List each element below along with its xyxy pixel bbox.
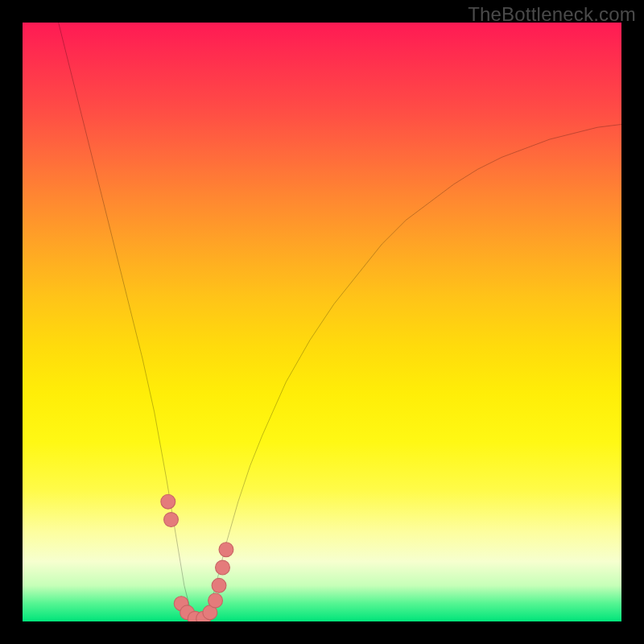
data-point [208, 593, 223, 608]
data-point [212, 578, 226, 592]
data-point [164, 513, 179, 527]
plot-area [23, 23, 621, 621]
data-point [216, 560, 230, 575]
data-point [219, 543, 233, 557]
dots-layer [23, 23, 621, 621]
watermark-text: TheBottleneck.com [468, 3, 636, 26]
chart-frame: TheBottleneck.com [0, 0, 644, 644]
data-point [161, 494, 175, 509]
